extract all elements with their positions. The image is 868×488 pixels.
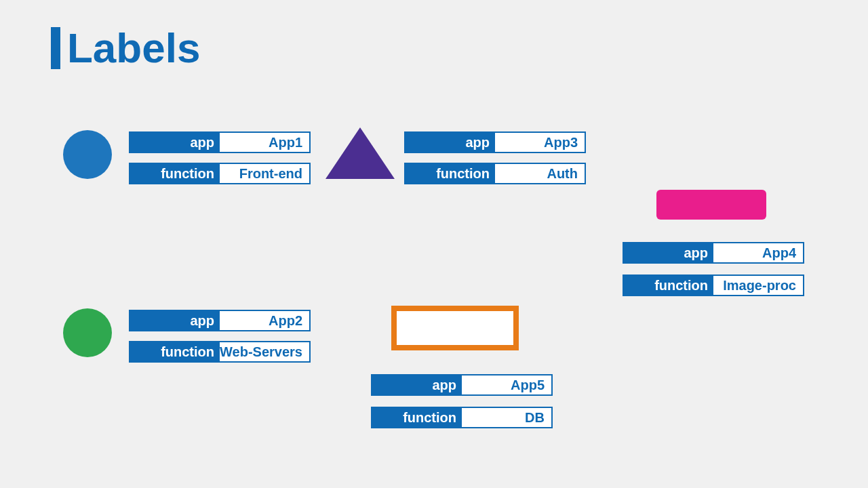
label-row: app App1 [129,131,311,153]
title-text: Labels [67,27,200,69]
label-row: function Image-proc [623,274,804,296]
labels-app4: app App4 function Image-proc [623,242,804,296]
label-key-app: app [406,133,495,152]
svg-marker-0 [326,127,395,179]
label-val-app: App1 [220,133,309,152]
label-row: function Front-end [129,163,311,184]
label-key-app: app [372,375,462,394]
label-val-function: Image-proc [713,276,803,295]
label-row: app App4 [623,242,804,264]
label-val-function: Web-Servers [220,342,309,361]
node-rect-pink [656,190,766,220]
label-key-function: function [130,164,220,183]
label-key-function: function [372,408,462,427]
label-key-app: app [130,311,220,330]
label-val-app: App4 [713,243,803,262]
label-row: app App2 [129,310,311,331]
label-row: app App5 [371,374,553,396]
label-key-app: app [130,133,220,152]
label-row: function DB [371,407,553,428]
node-circle-blue [63,130,112,179]
labels-app1: app App1 function Front-end [129,131,311,184]
labels-app5: app App5 function DB [371,374,553,428]
label-row: app App3 [404,131,586,153]
label-row: function Web-Servers [129,341,311,363]
label-val-app: App5 [462,375,551,394]
label-val-function: DB [462,408,551,427]
label-key-function: function [130,342,220,361]
label-key-function: function [624,276,713,295]
label-val-function: Front-end [220,164,309,183]
label-key-function: function [406,164,495,183]
labels-app3: app App3 function Auth [404,131,586,184]
node-rect-orange [391,306,519,350]
node-triangle-purple [326,127,395,179]
title-accent-bar [51,27,60,69]
label-val-app: App3 [495,133,585,152]
labels-app2: app App2 function Web-Servers [129,310,311,363]
label-key-app: app [624,243,713,262]
node-circle-green [63,308,112,357]
label-val-app: App2 [220,311,309,330]
slide-title: Labels [51,27,200,69]
label-val-function: Auth [495,164,585,183]
label-row: function Auth [404,163,586,184]
